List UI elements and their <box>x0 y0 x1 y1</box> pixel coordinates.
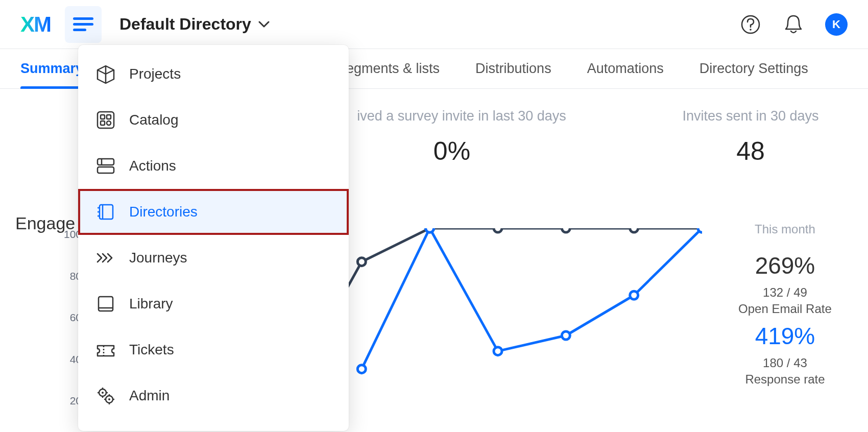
help-button[interactable] <box>739 13 762 36</box>
hamburger-icon <box>73 17 93 32</box>
avatar-letter: K <box>832 18 840 31</box>
directory-selector[interactable]: Default Directory <box>119 15 270 34</box>
response-rate-label: Response rate <box>722 372 848 387</box>
open-rate-label: Open Email Rate <box>722 302 848 316</box>
metric-label: Invites sent in 30 days <box>654 108 848 124</box>
header-right: K <box>739 13 848 36</box>
svg-point-9 <box>107 121 111 125</box>
tab-summary[interactable]: Summary <box>20 49 82 89</box>
svg-point-34 <box>494 347 502 355</box>
response-rate-ratio: 180 / 43 <box>722 356 848 370</box>
menu-item-label: Tickets <box>129 342 174 358</box>
menu-item-label: Catalog <box>129 112 179 128</box>
tab-distributions[interactable]: Distributions <box>475 49 551 89</box>
svg-point-29 <box>562 228 570 232</box>
svg-rect-5 <box>98 112 114 128</box>
catalog-icon <box>95 110 116 130</box>
svg-point-24 <box>108 398 110 400</box>
menu-catalog[interactable]: Catalog <box>78 97 349 143</box>
projects-icon <box>95 64 116 84</box>
metric-value: 48 <box>654 136 848 166</box>
main-menu-button[interactable] <box>65 6 102 43</box>
svg-rect-10 <box>98 159 114 165</box>
tab-segments[interactable]: Segments & lists <box>337 49 440 89</box>
this-month-label: This month <box>722 222 848 236</box>
journeys-icon <box>95 248 116 268</box>
avatar[interactable]: K <box>825 13 848 36</box>
open-rate-value: 269% <box>722 252 848 279</box>
menu-item-label: Directories <box>129 204 198 220</box>
svg-point-36 <box>630 291 638 299</box>
main-menu-dropdown: Projects Catalog Actions Directories Jou… <box>78 45 349 431</box>
logo: XM <box>20 12 51 37</box>
svg-point-32 <box>357 365 366 373</box>
svg-rect-1 <box>73 23 93 26</box>
menu-journeys[interactable]: Journeys <box>78 235 349 281</box>
menu-item-label: Admin <box>129 388 170 404</box>
actions-icon <box>95 156 116 176</box>
notifications-button[interactable] <box>782 13 805 36</box>
svg-point-33 <box>426 228 434 232</box>
menu-directories[interactable]: Directories <box>78 189 349 235</box>
svg-point-22 <box>102 392 104 394</box>
menu-item-label: Actions <box>129 158 176 174</box>
svg-point-4 <box>750 29 752 31</box>
admin-icon <box>95 386 116 406</box>
library-icon <box>95 294 116 314</box>
bell-icon <box>784 14 803 35</box>
svg-rect-6 <box>101 115 105 119</box>
svg-point-37 <box>698 228 702 232</box>
menu-library[interactable]: Library <box>78 281 349 327</box>
svg-rect-0 <box>73 17 93 20</box>
svg-rect-11 <box>98 167 114 173</box>
svg-rect-2 <box>73 29 86 31</box>
tickets-icon <box>95 340 116 360</box>
menu-tickets[interactable]: Tickets <box>78 327 349 373</box>
menu-admin[interactable]: Admin <box>78 373 349 419</box>
tab-directory-settings[interactable]: Directory Settings <box>700 49 808 89</box>
svg-point-26 <box>357 258 366 266</box>
svg-rect-7 <box>107 115 111 119</box>
svg-rect-18 <box>99 297 113 311</box>
tab-automations[interactable]: Automations <box>587 49 664 89</box>
header-bar: XM Default Directory K <box>0 0 868 49</box>
menu-projects[interactable]: Projects <box>78 51 349 97</box>
svg-rect-13 <box>100 205 113 219</box>
menu-item-label: Journeys <box>129 250 187 266</box>
svg-point-30 <box>630 228 638 232</box>
svg-point-28 <box>494 228 502 232</box>
response-rate-value: 419% <box>722 322 848 350</box>
metric-value: 0% <box>433 136 470 166</box>
svg-rect-8 <box>101 121 105 125</box>
menu-actions[interactable]: Actions <box>78 143 349 189</box>
metric-invites-sent: Invites sent in 30 days 48 <box>654 108 848 166</box>
menu-item-label: Library <box>129 296 173 312</box>
directory-name: Default Directory <box>119 15 251 34</box>
svg-point-35 <box>562 331 570 340</box>
open-rate-ratio: 132 / 49 <box>722 285 848 300</box>
menu-item-label: Projects <box>129 66 181 82</box>
right-metrics: This month 269% 132 / 49 Open Email Rate… <box>722 222 848 407</box>
chevron-down-icon <box>258 21 270 28</box>
help-icon <box>740 14 761 35</box>
directories-icon <box>95 202 116 222</box>
